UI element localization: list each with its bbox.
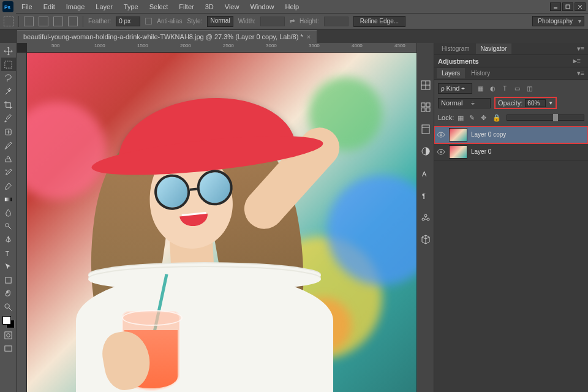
menu-select[interactable]: Select — [144, 1, 174, 13]
menu-help[interactable]: Help — [280, 1, 305, 13]
paragraph-panel-icon[interactable]: ¶ — [420, 190, 431, 201]
opacity-value[interactable]: 60% — [525, 99, 546, 107]
menu-type[interactable]: Type — [118, 1, 144, 13]
healing-brush-tool[interactable] — [1, 125, 16, 138]
lock-transparency-icon[interactable]: ▦ — [458, 114, 466, 122]
filter-shape-icon[interactable]: ▭ — [513, 84, 521, 92]
history-brush-tool[interactable] — [1, 165, 16, 179]
layer-name[interactable]: Layer 0 — [471, 148, 491, 155]
menu-file[interactable]: File — [16, 1, 38, 13]
workspace-selector[interactable]: Photography — [532, 16, 584, 26]
feather-input[interactable]: 0 px — [116, 17, 140, 26]
path-selection-tool[interactable] — [1, 260, 16, 273]
lock-all-icon[interactable]: 🔒 — [492, 114, 500, 122]
lock-pixels-icon[interactable]: ✎ — [469, 114, 477, 122]
svg-rect-6 — [5, 61, 12, 67]
layer-row[interactable]: Layer 0 — [434, 143, 588, 160]
hand-tool[interactable] — [1, 287, 16, 300]
lasso-tool[interactable] — [1, 71, 16, 85]
filter-adjustment-icon[interactable]: ◐ — [488, 84, 497, 92]
chevron-down-icon[interactable]: ▼ — [548, 100, 553, 106]
document-title: beautiful-young-woman-holding-a-drink-wh… — [23, 33, 303, 40]
menu-3d[interactable]: 3D — [200, 1, 219, 13]
window-controls — [550, 2, 588, 11]
width-label: Width: — [238, 18, 255, 24]
panel-menu-icon[interactable]: ▸≡ — [570, 55, 584, 67]
tab-navigator[interactable]: Navigator — [476, 43, 512, 54]
refine-edge-button[interactable]: Refine Edge... — [353, 16, 405, 27]
minimize-button[interactable] — [550, 2, 561, 11]
maximize-button[interactable] — [562, 2, 573, 11]
screen-mode-toggle[interactable] — [1, 342, 16, 355]
dodge-tool[interactable] — [1, 219, 16, 233]
menu-image[interactable]: Image — [61, 1, 91, 13]
eyedropper-tool[interactable] — [1, 111, 16, 125]
color-swatches[interactable] — [2, 316, 15, 328]
layer-thumbnail[interactable] — [449, 145, 467, 159]
shape-tool[interactable] — [1, 273, 16, 287]
menu-view[interactable]: View — [219, 1, 245, 13]
eraser-tool[interactable] — [1, 179, 16, 192]
subtract-selection-icon[interactable] — [53, 17, 63, 26]
layer-row[interactable]: Layer 0 copy — [434, 126, 588, 143]
move-tool[interactable] — [1, 44, 16, 58]
character-panel-icon[interactable]: A — [420, 168, 431, 179]
adjustments-panel-header[interactable]: Adjustments ▸≡ — [434, 55, 588, 67]
filter-smart-icon[interactable]: ◫ — [525, 84, 533, 92]
panel-menu-icon[interactable]: ▾≡ — [573, 43, 588, 55]
opacity-control[interactable]: Opacity: 60% ▼ — [494, 97, 557, 109]
filter-pixel-icon[interactable]: ▦ — [476, 84, 484, 92]
layer-filter-kind[interactable]: ρ Kind ÷ — [438, 83, 472, 94]
menu-edit[interactable]: Edit — [38, 1, 61, 13]
close-button[interactable] — [575, 2, 586, 11]
document-tab[interactable]: beautiful-young-woman-holding-a-drink-wh… — [17, 30, 317, 43]
gradient-tool[interactable] — [1, 192, 16, 206]
style-select[interactable]: Normal — [207, 16, 233, 27]
add-selection-icon[interactable] — [39, 17, 48, 26]
type-tool[interactable]: T — [1, 246, 16, 260]
layer-name[interactable]: Layer 0 copy — [471, 131, 506, 138]
close-tab-icon[interactable]: × — [307, 33, 311, 40]
quick-mask-toggle[interactable] — [1, 328, 16, 342]
tab-layers[interactable]: Layers — [437, 68, 465, 78]
antialias-checkbox[interactable] — [145, 18, 152, 24]
lock-position-icon[interactable]: ✥ — [481, 114, 489, 122]
crop-tool[interactable] — [1, 98, 16, 111]
tab-histogram[interactable]: Histogram — [437, 43, 475, 54]
3d-panel-icon[interactable] — [420, 234, 431, 245]
brush-tool[interactable] — [1, 138, 16, 152]
document-image — [27, 53, 417, 392]
canvas[interactable] — [27, 53, 417, 392]
styles-panel-icon[interactable] — [420, 212, 431, 223]
intersect-selection-icon[interactable] — [68, 17, 78, 26]
color-panel-icon[interactable] — [420, 80, 431, 91]
layer-thumbnail[interactable] — [449, 128, 467, 141]
ruler-horizontal[interactable]: 500 1000 1500 2000 2500 3000 3500 4000 4… — [27, 43, 417, 53]
svg-text:T: T — [6, 251, 10, 257]
menu-filter[interactable]: Filter — [173, 1, 199, 13]
tab-history[interactable]: History — [466, 68, 495, 78]
panel-menu-icon[interactable]: ▾≡ — [573, 67, 588, 79]
zoom-tool[interactable] — [1, 300, 16, 314]
swatches-panel-icon[interactable] — [420, 102, 431, 113]
tool-preset-icon[interactable] — [4, 17, 13, 26]
fill-slider[interactable] — [507, 115, 584, 121]
menu-layer[interactable]: Layer — [90, 1, 118, 13]
ruler-vertical[interactable] — [17, 53, 27, 392]
new-selection-icon[interactable] — [24, 17, 34, 26]
visibility-toggle-icon[interactable] — [437, 148, 445, 156]
height-label: Height: — [300, 18, 319, 24]
visibility-toggle-icon[interactable] — [437, 130, 445, 139]
filter-type-icon[interactable]: T — [500, 84, 509, 92]
blur-tool[interactable] — [1, 206, 16, 219]
pen-tool[interactable] — [1, 233, 16, 246]
menu-bar: Ps File Edit Image Layer Type Select Fil… — [0, 0, 588, 13]
libraries-panel-icon[interactable] — [420, 124, 431, 135]
adjustments-panel-icon[interactable] — [420, 146, 431, 157]
blend-mode-select[interactable]: Normal ÷ — [438, 98, 491, 108]
marquee-tool[interactable] — [1, 58, 16, 71]
clone-stamp-tool[interactable] — [1, 152, 16, 165]
magic-wand-tool[interactable] — [1, 85, 16, 98]
menu-window[interactable]: Window — [244, 1, 279, 13]
svg-rect-17 — [421, 103, 425, 107]
